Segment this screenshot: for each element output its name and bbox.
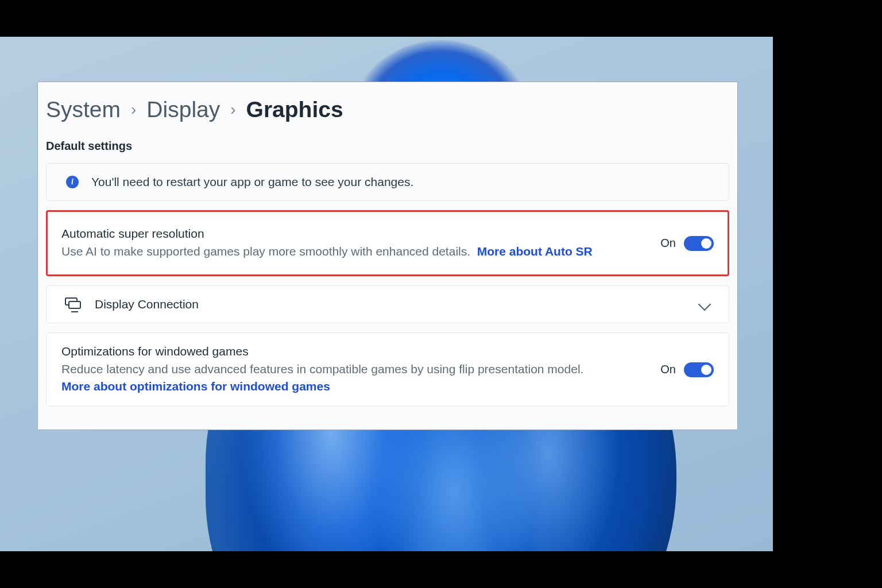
breadcrumb-system[interactable]: System — [46, 97, 121, 122]
breadcrumb-current: Graphics — [246, 97, 343, 122]
windowed-opts-description: Reduce latency and use advanced features… — [61, 362, 583, 376]
auto-sr-title: Automatic super resolution — [61, 227, 648, 241]
auto-sr-toggle-label: On — [660, 237, 676, 250]
chevron-down-icon — [698, 298, 711, 311]
display-connection-row[interactable]: Display Connection — [46, 285, 729, 323]
info-banner: i You'll need to restart your app or gam… — [46, 163, 729, 201]
info-banner-text: You'll need to restart your app or game … — [91, 175, 413, 189]
letterbox-top — [0, 0, 882, 37]
info-icon: i — [66, 176, 79, 188]
windowed-optimizations-row[interactable]: Optimizations for windowed games Reduce … — [46, 332, 729, 407]
windowed-opts-toggle-label: On — [660, 363, 676, 376]
auto-super-resolution-row[interactable]: Automatic super resolution Use AI to mak… — [46, 210, 729, 276]
chevron-right-icon: › — [230, 100, 235, 119]
section-heading: Default settings — [38, 135, 737, 163]
monitor-icon — [65, 297, 82, 311]
chevron-right-icon: › — [131, 100, 136, 119]
letterbox-right — [773, 0, 882, 588]
breadcrumb: System › Display › Graphics — [38, 94, 737, 135]
letterbox-bottom — [0, 551, 882, 588]
windowed-opts-more-link[interactable]: More about optimizations for windowed ga… — [61, 380, 330, 393]
auto-sr-toggle[interactable] — [684, 236, 714, 251]
windowed-opts-title: Optimizations for windowed games — [61, 345, 648, 358]
settings-panel: System › Display › Graphics Default sett… — [37, 82, 738, 430]
windowed-opts-toggle[interactable] — [684, 362, 714, 377]
breadcrumb-display[interactable]: Display — [146, 97, 220, 122]
auto-sr-description: Use AI to make supported games play more… — [61, 245, 470, 258]
auto-sr-more-link[interactable]: More about Auto SR — [477, 245, 593, 258]
display-connection-title: Display Connection — [95, 297, 687, 311]
